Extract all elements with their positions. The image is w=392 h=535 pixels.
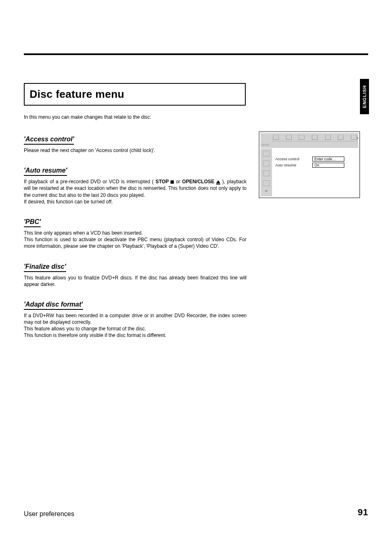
section-body: This function is therefore only visible …: [24, 332, 247, 339]
page-title: Disc feature menu: [30, 88, 238, 101]
section-heading: 'PBC': [24, 218, 41, 227]
manual-page: ENGLISH Disc feature menu In this menu y…: [0, 0, 392, 535]
osd-content: Access control Enter code… Auto resume O…: [272, 148, 358, 196]
language-tab-label: ENGLISH: [362, 85, 367, 108]
language-tab: ENGLISH: [360, 79, 369, 114]
section-body: If a DVD+RW has been recorded in a compu…: [24, 312, 247, 325]
osd-top-icon: [299, 135, 304, 140]
intro-text: In this menu you can make changes that r…: [24, 114, 151, 120]
osd-row-label: Auto resume: [275, 163, 308, 167]
osd-top-icon: [273, 135, 279, 140]
osd-top-icon: [312, 135, 318, 140]
osd-top-icon: [286, 135, 292, 140]
top-rule: [24, 53, 368, 55]
eject-icon: [216, 180, 220, 183]
text: If playback of a pre-recorded DVD or VCD…: [24, 179, 155, 184]
osd-row-label: Access control: [275, 157, 308, 161]
section-heading: 'Adapt disc format': [24, 301, 83, 310]
section-pbc: 'PBC' This line only appears when a VCD …: [24, 218, 247, 250]
osd-row-value: Enter code…: [312, 157, 344, 161]
section-auto-resume: 'Auto resume' If playback of a pre-recor…: [24, 167, 247, 205]
osd-side-icon: [263, 161, 270, 166]
open-close-label: OPEN/CLOSE: [182, 179, 214, 184]
section-finalize-disc: 'Finalize disc' This feature allows you …: [24, 263, 247, 288]
osd-screenshot: DVD Access control Enter code…: [259, 131, 360, 198]
section-title-box: Disc feature menu: [24, 83, 246, 106]
section-body: This feature allows you to change the fo…: [24, 325, 247, 332]
osd-row-value: On: [312, 163, 344, 168]
stop-icon: [171, 180, 174, 184]
main-content: 'Access control' Please read the next ch…: [24, 136, 247, 352]
footer-section-name: User preferences: [24, 510, 74, 518]
osd-topbar: DVD: [261, 133, 358, 148]
section-body: Please read the next chapter on 'Access …: [24, 147, 247, 154]
osd-row: Access control Enter code…: [275, 157, 355, 161]
section-access-control: 'Access control' Please read the next ch…: [24, 136, 247, 154]
osd-side-icon: [263, 151, 270, 157]
section-body: This feature allows you to finalize DVD+…: [24, 274, 247, 288]
section-body: This line only appears when a VCD has be…: [24, 230, 247, 236]
osd-brand: DVD: [262, 143, 269, 147]
page-number: 91: [358, 507, 368, 518]
osd-arrow-down-icon: [265, 190, 268, 192]
osd-top-icon: [325, 135, 331, 140]
osd-arrow-right-icon: [357, 137, 359, 139]
osd-top-icon: [338, 135, 344, 140]
osd-sidebar: [261, 148, 272, 196]
section-heading: 'Finalize disc': [24, 263, 66, 272]
section-body: This function is used to activate or dea…: [24, 236, 247, 249]
osd-side-icon: [263, 171, 270, 176]
osd-row: Auto resume On: [275, 163, 355, 168]
osd-top-icon: [351, 135, 357, 140]
text: or: [176, 179, 182, 184]
section-body: If playback of a pre-recorded DVD or VCD…: [24, 178, 247, 198]
section-heading: 'Auto resume': [24, 167, 67, 176]
osd-side-icon: [263, 180, 270, 186]
section-adapt-disc-format: 'Adapt disc format' If a DVD+RW has been…: [24, 301, 247, 339]
section-body: If desired, this function can be turned …: [24, 198, 247, 205]
section-heading: 'Access control': [24, 136, 74, 145]
stop-label: STOP: [155, 179, 168, 184]
